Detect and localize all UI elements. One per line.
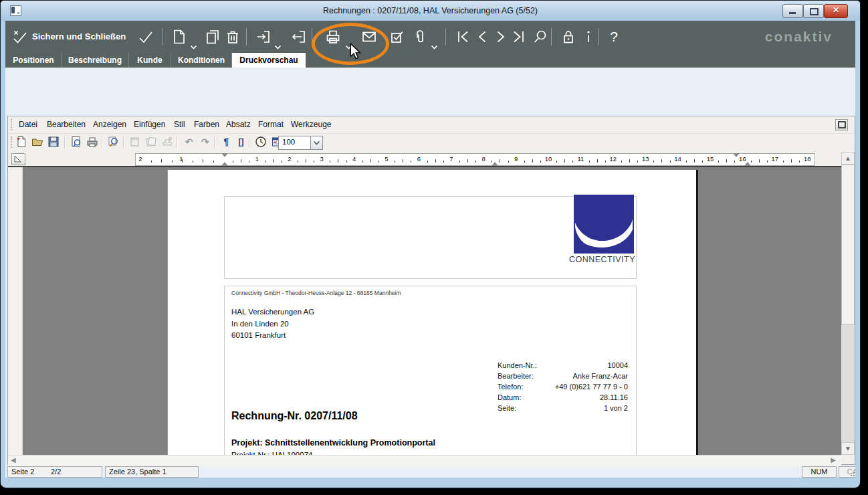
import-dropdown-icon[interactable] xyxy=(274,41,282,46)
new-record-dropdown-icon[interactable] xyxy=(190,41,197,46)
print-icon[interactable] xyxy=(86,135,100,149)
drag-handle[interactable] xyxy=(11,136,14,148)
ruler-tick xyxy=(637,161,638,163)
tab-konditionen[interactable]: Konditionen xyxy=(171,53,232,68)
paragraph-marks-icon[interactable]: ¶ xyxy=(219,135,233,149)
menu-format[interactable]: Format xyxy=(257,116,285,133)
tab-kunde[interactable]: Kunde xyxy=(129,53,171,68)
search-icon[interactable] xyxy=(532,29,548,45)
vertical-scrollbar[interactable]: ▲ ▼ xyxy=(841,152,855,455)
menu-bearbeiten[interactable]: Bearbeiten xyxy=(45,116,87,133)
info-row: Datum: 28.11.16 xyxy=(498,393,628,404)
save-and-close-label[interactable]: Sichern und Schließen xyxy=(32,21,126,53)
import-icon[interactable] xyxy=(255,29,272,45)
letter-body-frame: Connectivity GmbH - Theodor-Heuss-Anlage… xyxy=(224,286,637,455)
ruler-tick xyxy=(475,161,476,163)
minimize-button[interactable] xyxy=(782,4,803,18)
ruler-tick xyxy=(799,161,800,163)
ruler-tick xyxy=(767,161,768,163)
delete-icon[interactable] xyxy=(225,29,241,45)
attachment-icon[interactable] xyxy=(412,29,428,45)
ruler-number: 16 xyxy=(738,155,747,163)
separator xyxy=(249,136,250,148)
ruler-tick xyxy=(532,159,533,163)
ruler-tick xyxy=(759,159,760,163)
save-icon[interactable] xyxy=(138,29,154,45)
menu-anzeigen[interactable]: Anzeigen xyxy=(92,116,128,133)
scroll-up-icon[interactable]: ▲ xyxy=(841,152,855,165)
zoom-dropdown-button[interactable] xyxy=(310,136,323,150)
address-line: In den Linden 20 xyxy=(231,318,314,330)
ruler-tick xyxy=(605,161,606,163)
ruler-tick xyxy=(694,159,695,163)
first-line-indent-marker[interactable] xyxy=(221,153,228,157)
menu-werkzeuge[interactable]: Werkzeuge xyxy=(290,116,332,133)
horizontal-scrollbar[interactable]: ◀ ▶ xyxy=(8,455,841,466)
scroll-down-icon[interactable]: ▼ xyxy=(841,442,855,455)
tab-style-button[interactable] xyxy=(11,153,25,165)
save-icon[interactable] xyxy=(47,135,61,149)
menu-datei[interactable]: Datei xyxy=(17,116,39,133)
tab-bar: Positionen Beschreibung Kunde Konditione… xyxy=(5,53,855,68)
export-icon[interactable] xyxy=(290,29,306,45)
ruler-tick xyxy=(508,161,509,163)
mail-merge2-icon-disabled xyxy=(144,135,158,149)
new-record-icon[interactable] xyxy=(171,29,187,45)
project-line: Projekt: Schnittstellenentwicklung Promo… xyxy=(231,438,435,448)
help-icon[interactable]: ? xyxy=(606,29,622,45)
checkbox-icon[interactable] xyxy=(389,29,405,45)
tab-beschreibung[interactable]: Beschreibung xyxy=(62,53,129,68)
info-row: Seite: 1 von 2 xyxy=(498,404,628,415)
close-button[interactable]: ✕ xyxy=(824,4,848,18)
first-record-icon[interactable] xyxy=(455,29,471,45)
ruler-tick xyxy=(751,161,752,163)
ruler-tick xyxy=(203,159,203,163)
info-label: Bearbeiter: xyxy=(498,372,534,380)
open-folder-icon[interactable] xyxy=(31,135,45,149)
drag-handle[interactable] xyxy=(11,119,14,130)
recipient-address: HAL Versicherungen AG In den Linden 20 6… xyxy=(231,306,314,342)
attachment-dropdown-icon[interactable] xyxy=(431,41,438,46)
separator xyxy=(246,28,247,45)
insert-time-icon[interactable] xyxy=(254,135,268,149)
ruler-tick xyxy=(233,161,233,163)
tab-druckvorschau[interactable]: Druckvorschau xyxy=(232,53,306,68)
zoom-level-input[interactable]: 100 xyxy=(278,136,314,150)
new-document-icon[interactable] xyxy=(15,135,29,149)
ruler-tick xyxy=(492,161,492,163)
find-icon[interactable] xyxy=(107,135,121,149)
next-record-icon[interactable] xyxy=(493,29,509,45)
close-icon: ✕ xyxy=(825,5,847,15)
previous-record-icon[interactable] xyxy=(474,29,490,45)
menu-farben[interactable]: Farben xyxy=(193,116,221,133)
vertical-scroll-thumb[interactable] xyxy=(841,165,855,325)
menu-einfuegen[interactable]: Einfügen xyxy=(132,116,167,133)
menu-absatz[interactable]: Absatz xyxy=(225,116,252,133)
ruler-number: 15 xyxy=(706,155,715,163)
restore-button[interactable] xyxy=(803,4,824,18)
info-icon[interactable] xyxy=(580,29,596,45)
lock-icon[interactable] xyxy=(560,29,576,45)
ruler-number: 9 xyxy=(514,155,518,163)
scroll-right-icon[interactable]: ▶ xyxy=(831,456,836,464)
ruler-tick xyxy=(661,159,662,163)
tab-positionen[interactable]: Positionen xyxy=(6,53,62,68)
save-and-close-icon[interactable] xyxy=(12,29,28,45)
field-brackets-icon[interactable]: [] xyxy=(234,135,248,149)
svg-text:?: ? xyxy=(610,29,618,44)
ruler-tick xyxy=(151,161,152,163)
print-preview-icon[interactable] xyxy=(70,135,84,149)
last-record-icon[interactable] xyxy=(511,29,527,45)
duplicate-icon[interactable] xyxy=(205,29,221,45)
editor-maximize-button[interactable] xyxy=(835,119,848,130)
resize-grip[interactable] xyxy=(847,469,855,477)
scroll-left-icon[interactable]: ◀ xyxy=(11,456,16,464)
ruler-tick xyxy=(467,159,468,163)
ruler-number: 17 xyxy=(771,155,780,163)
ruler-tick xyxy=(298,161,298,163)
ruler-tick xyxy=(346,161,347,163)
ruler-tick xyxy=(378,161,379,163)
menu-stil[interactable]: Stil xyxy=(173,116,187,133)
title-bar[interactable]: Rechnungen : 0207/11/08, HAL Versicherun… xyxy=(1,1,860,21)
separator xyxy=(598,28,599,45)
